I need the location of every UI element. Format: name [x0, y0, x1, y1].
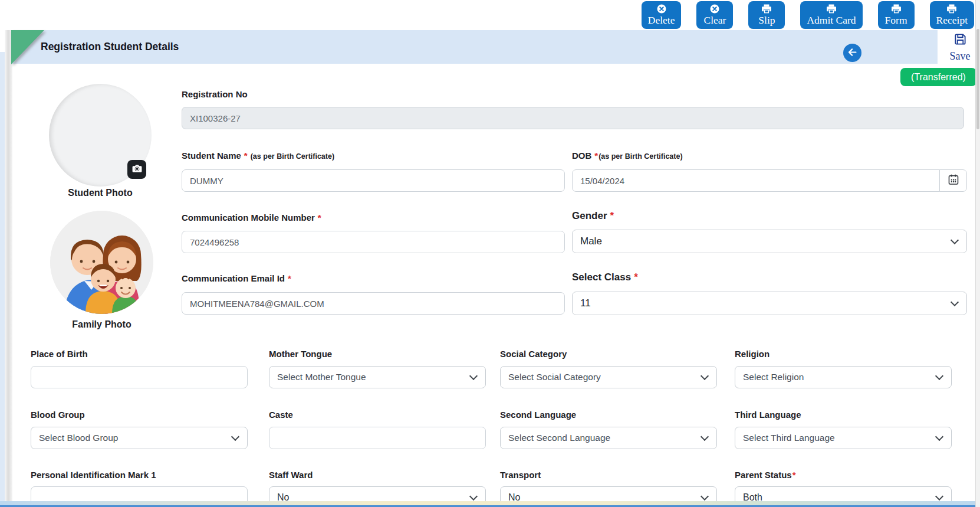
student-name-input[interactable] [182, 169, 565, 192]
scrollbar-thumb[interactable] [976, 29, 979, 129]
gender-select[interactable]: Male [572, 230, 967, 253]
delete-button-label: Delete [648, 15, 675, 26]
family-illustration [50, 306, 153, 314]
social-category-select[interactable]: Select Social Category [500, 366, 717, 388]
blood-group-select[interactable]: Select Blood Group [31, 427, 248, 449]
transport-label: Transport [500, 469, 541, 481]
dob-input[interactable] [572, 169, 940, 192]
admit-card-button[interactable]: Admit Card [800, 1, 862, 29]
camera-icon [131, 163, 143, 176]
religion-label: Religion [735, 348, 769, 360]
social-category-label: Social Category [500, 348, 567, 360]
caste-label: Caste [269, 409, 293, 421]
chevron-down-icon [701, 372, 709, 380]
receipt-button-label: Receipt [936, 15, 968, 26]
class-label: Select Class* [572, 272, 638, 283]
toolbar: Delete Clear Slip Admit Card Form Receip… [642, 1, 974, 29]
transferred-status-badge: (Transferred) [900, 68, 976, 86]
printer-icon [826, 4, 837, 14]
place-of-birth-label: Place of Birth [31, 348, 88, 360]
calendar-icon [948, 174, 959, 188]
delete-button[interactable]: Delete [642, 1, 682, 29]
back-button[interactable] [843, 44, 861, 62]
registration-no-label: Registration No [182, 89, 248, 100]
chevron-down-icon [935, 372, 943, 380]
left-edge-strip [0, 52, 5, 507]
family-photo-label: Family Photo [50, 319, 153, 330]
chevron-down-icon [701, 433, 709, 441]
circle-x-icon [709, 4, 720, 14]
email-label: Communication Email Id* [182, 273, 291, 284]
printer-icon [946, 4, 957, 14]
arrow-left-icon [847, 47, 858, 60]
slip-button[interactable]: Slip [748, 1, 785, 29]
dob-label: DOB*(as per Birth Certificate) [572, 150, 683, 162]
admit-card-button-label: Admit Card [807, 15, 856, 26]
circle-x-icon [656, 4, 667, 14]
receipt-button[interactable]: Receipt [930, 1, 974, 29]
mobile-number-label: Communication Mobile Number* [182, 212, 321, 224]
save-icon [953, 32, 967, 49]
student-photo-label: Student Photo [49, 188, 152, 198]
form-button[interactable]: Form [878, 1, 915, 29]
chevron-down-icon [935, 492, 943, 501]
clear-button[interactable]: Clear [696, 1, 733, 29]
student-name-label: Student Name*(as per Birth Certificate) [182, 150, 334, 162]
chevron-down-icon [951, 236, 959, 244]
printer-icon [891, 4, 902, 14]
second-language-label: Second Language [500, 409, 576, 421]
mother-tongue-label: Mother Tongue [269, 348, 332, 360]
form-button-label: Form [885, 15, 907, 26]
third-language-select[interactable]: Select Third Language [735, 427, 952, 449]
save-button-label: Save [950, 50, 971, 63]
mother-tongue-select[interactable]: Select Mother Tongue [269, 366, 486, 388]
second-language-select[interactable]: Select Second Language [500, 427, 717, 449]
save-button[interactable]: Save [943, 32, 976, 63]
clear-button-label: Clear [703, 15, 726, 26]
email-input[interactable] [182, 292, 565, 315]
staff-ward-label: Staff Ward [269, 469, 313, 481]
blood-group-label: Blood Group [31, 409, 85, 421]
class-select[interactable]: 11 [572, 292, 967, 315]
card-left-shadow [5, 30, 12, 507]
green-corner-ribbon [11, 30, 44, 64]
place-of-birth-input[interactable] [31, 366, 248, 388]
parent-status-label: Parent Status* [735, 469, 796, 481]
mobile-number-input[interactable] [182, 231, 565, 253]
dob-calendar-button[interactable] [939, 169, 967, 192]
chevron-down-icon [701, 492, 709, 501]
slip-button-label: Slip [758, 15, 775, 26]
chevron-down-icon [951, 298, 959, 306]
page-title: Registration Student Details [41, 41, 179, 53]
camera-upload-button[interactable] [127, 160, 146, 179]
vertical-scrollbar[interactable] [975, 0, 980, 507]
chevron-down-icon [469, 492, 478, 501]
printer-icon [761, 4, 772, 14]
family-photo-circle[interactable] [50, 211, 153, 314]
bottom-divider-strip [0, 501, 980, 505]
religion-select[interactable]: Select Religion [735, 366, 952, 388]
gender-label: Gender* [572, 210, 614, 222]
caste-input[interactable] [269, 427, 486, 449]
third-language-label: Third Language [735, 409, 801, 421]
chevron-down-icon [935, 433, 943, 441]
registration-student-details-page: Delete Clear Slip Admit Card Form Receip… [0, 0, 980, 507]
personal-id-mark-label: Personal Identification Mark 1 [31, 469, 156, 481]
chevron-down-icon [469, 372, 478, 380]
registration-no-input [182, 107, 964, 129]
chevron-down-icon [231, 433, 239, 441]
